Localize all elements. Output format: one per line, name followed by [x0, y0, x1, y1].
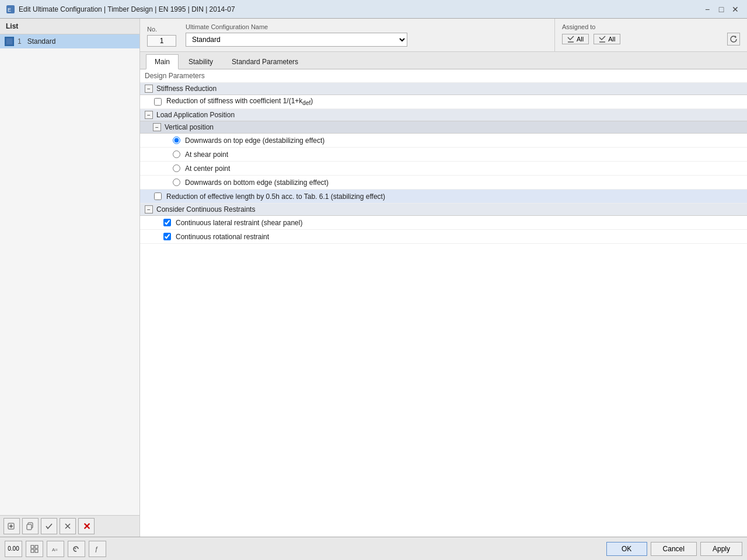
- value-display-button[interactable]: 0.00: [5, 541, 22, 557]
- refresh-button[interactable]: [727, 33, 740, 46]
- svg-rect-14: [31, 550, 34, 552]
- assigned-all1-label: All: [577, 36, 584, 43]
- add-button[interactable]: [4, 518, 20, 534]
- stiffness-collapse-btn[interactable]: −: [145, 85, 153, 93]
- stiffness-param-label: Reduction of stiffness with coefficient …: [166, 97, 742, 106]
- undo-button[interactable]: [68, 541, 85, 557]
- radio-label-3: At center point: [185, 164, 742, 173]
- name-select[interactable]: Standard: [186, 33, 407, 47]
- no-group: No.: [147, 26, 176, 47]
- svg-text:A=: A=: [52, 547, 58, 552]
- radio-row-3: At center point: [140, 162, 747, 176]
- check-button[interactable]: [41, 518, 57, 534]
- radio-shear-point[interactable]: [173, 150, 180, 158]
- assigned-label: Assigned to: [562, 23, 740, 30]
- list-item-label: Standard: [27, 37, 56, 46]
- bottom-toolbar: 0.00 A= ƒ OK Cancel Apply: [0, 537, 747, 560]
- load-application-header: − Load Application Position: [140, 109, 747, 121]
- radio-downwards-top[interactable]: [173, 136, 180, 144]
- lateral-restraint-row: Continuous lateral restraint (shear pane…: [140, 216, 747, 230]
- vertical-position-header: − Vertical position: [140, 121, 747, 134]
- restraints-label: Consider Continuous Restraints: [156, 205, 255, 214]
- cancel-button[interactable]: Cancel: [651, 542, 697, 556]
- effective-length-label: Reduction of effective length by 0.5h ac…: [166, 192, 742, 201]
- list-item-num: 1: [18, 37, 22, 46]
- continuous-restraints-header: − Consider Continuous Restraints: [140, 204, 747, 216]
- close-button[interactable]: ✕: [729, 4, 741, 15]
- assigned-all2-button[interactable]: All: [594, 34, 620, 44]
- lateral-restraint-checkbox[interactable]: [163, 219, 171, 226]
- assigned-row: All All: [562, 33, 740, 46]
- vertical-position-label: Vertical position: [165, 123, 214, 131]
- ok-button[interactable]: OK: [606, 542, 647, 556]
- radio-row-1: Downwards on top edge (destabilizing eff…: [140, 134, 747, 148]
- name-label: Ultimate Configuration Name: [186, 23, 547, 30]
- panel-body: Design Parameters − Stiffness Reduction …: [140, 69, 747, 537]
- effective-length-row: Reduction of effective length by 0.5h ac…: [140, 190, 747, 204]
- tab-main[interactable]: Main: [146, 54, 179, 69]
- radio-center-point[interactable]: [173, 164, 180, 172]
- svg-rect-13: [35, 545, 38, 548]
- restraints-collapse-btn[interactable]: −: [145, 205, 153, 214]
- maximize-button[interactable]: □: [715, 4, 727, 15]
- svg-text:ƒ: ƒ: [95, 545, 98, 552]
- right-panel: No. Ultimate Configuration Name Standard…: [140, 19, 747, 537]
- tab-standard-parameters[interactable]: Standard Parameters: [223, 54, 307, 69]
- window-title: Edit Ultimate Configuration | Timber Des…: [19, 5, 235, 13]
- rotational-restraint-checkbox[interactable]: [163, 233, 171, 240]
- assigned-all1-button[interactable]: All: [562, 34, 589, 44]
- left-panel: List 1 Standard: [0, 19, 140, 537]
- list-header: List: [0, 19, 139, 34]
- stiffness-reduction-header: − Stiffness Reduction: [140, 83, 747, 95]
- main-layout: List 1 Standard: [0, 19, 747, 560]
- design-params-label: Design Parameters: [140, 69, 747, 83]
- apply-button[interactable]: Apply: [700, 542, 742, 556]
- radio-label-2: At shear point: [185, 150, 742, 159]
- svg-text:E: E: [8, 7, 11, 13]
- svg-rect-15: [35, 550, 38, 552]
- load-application-label: Load Application Position: [156, 111, 235, 119]
- list-area: 1 Standard: [0, 34, 139, 515]
- effective-length-checkbox[interactable]: [154, 192, 162, 200]
- assigned-section: Assigned to All All: [554, 19, 747, 51]
- area-button[interactable]: A=: [47, 541, 64, 557]
- rotational-restraint-row: Continuous rotational restraint: [140, 230, 747, 244]
- left-panel-toolbar: ✕: [0, 515, 139, 537]
- grid-button[interactable]: [26, 541, 43, 557]
- stiffness-checkbox[interactable]: [154, 98, 162, 106]
- delete-icon: ✕: [83, 521, 90, 532]
- svg-rect-7: [27, 524, 32, 530]
- stiffness-param-row: Reduction of stiffness with coefficient …: [140, 95, 747, 109]
- rotational-restraint-label: Continuous rotational restraint: [176, 233, 742, 241]
- assigned-all2-label: All: [608, 36, 615, 43]
- radio-row-4: Downwards on bottom edge (stabilizing ef…: [140, 176, 747, 190]
- title-bar: E Edit Ultimate Configuration | Timber D…: [0, 0, 747, 19]
- tabs-bar: Main Stability Standard Parameters: [140, 52, 747, 69]
- content-area: List 1 Standard: [0, 19, 747, 537]
- vertical-position-collapse-btn[interactable]: −: [153, 123, 161, 131]
- value-display-label: 0.00: [8, 545, 19, 552]
- window-controls: − □ ✕: [701, 4, 741, 15]
- function-button[interactable]: ƒ: [89, 541, 106, 557]
- tab-stability[interactable]: Stability: [180, 54, 222, 69]
- dialog-buttons: OK Cancel Apply: [606, 542, 742, 556]
- minimize-button[interactable]: −: [701, 4, 713, 15]
- no-label: No.: [147, 26, 176, 33]
- uncheck-button[interactable]: [60, 518, 76, 534]
- load-collapse-btn[interactable]: −: [145, 111, 153, 119]
- copy-button[interactable]: [22, 518, 39, 534]
- radio-row-2: At shear point: [140, 148, 747, 162]
- radio-label-4: Downwards on bottom edge (stabilizing ef…: [185, 178, 742, 187]
- app-icon: E: [6, 5, 15, 14]
- delete-button[interactable]: ✕: [78, 518, 95, 534]
- svg-rect-12: [31, 545, 34, 548]
- svg-rect-2: [6, 38, 13, 45]
- no-input[interactable]: [147, 35, 176, 47]
- stiffness-label: Stiffness Reduction: [156, 85, 217, 93]
- name-group: Ultimate Configuration Name Standard: [186, 23, 547, 47]
- list-item[interactable]: 1 Standard: [0, 34, 139, 48]
- list-item-icon: [5, 37, 14, 46]
- radio-label-1: Downwards on top edge (destabilizing eff…: [185, 136, 742, 145]
- lateral-restraint-label: Continuous lateral restraint (shear pane…: [176, 219, 742, 227]
- radio-downwards-bottom[interactable]: [173, 178, 180, 186]
